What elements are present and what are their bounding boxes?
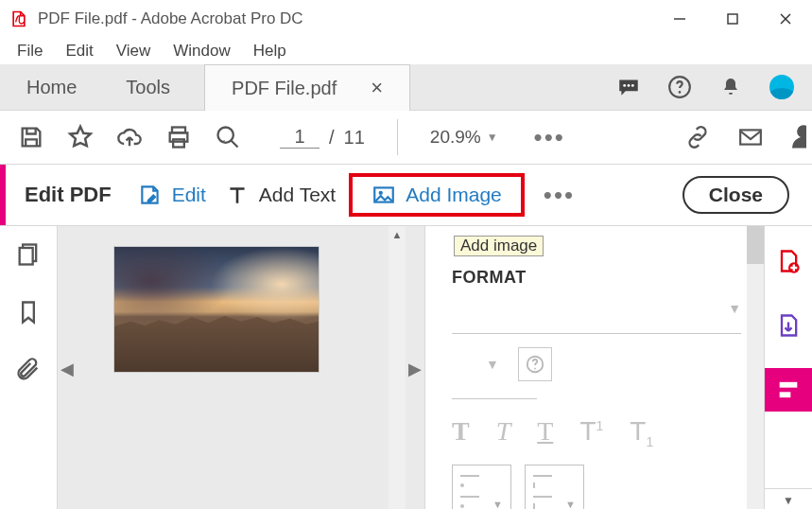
document-tabs: Home Tools PDF File.pdf × (0, 64, 812, 111)
font-help-icon[interactable] (518, 347, 552, 381)
font-size-select[interactable]: ▼ (452, 357, 499, 372)
svg-point-21 (534, 368, 536, 370)
svg-rect-14 (740, 130, 761, 144)
maximize-button[interactable] (706, 0, 759, 38)
add-text-label: Add Text (259, 184, 336, 206)
caret-down-icon: ▼ (728, 301, 741, 316)
svg-rect-1 (728, 14, 737, 24)
page-separator: / (329, 127, 335, 149)
menu-view[interactable]: View (105, 42, 163, 61)
tabbar-right-icons (615, 64, 812, 110)
tab-home[interactable]: Home (0, 64, 99, 110)
menu-window[interactable]: Window (162, 42, 241, 61)
numbered-list-button[interactable]: ▼ (525, 465, 584, 509)
add-text-button[interactable]: Add Text (216, 179, 345, 211)
editbar-overflow-icon[interactable]: ••• (544, 181, 575, 210)
email-icon[interactable] (736, 123, 765, 151)
menu-edit[interactable]: Edit (54, 42, 104, 61)
prev-page-chevron[interactable]: ◀ (58, 226, 77, 509)
next-page-chevron[interactable]: ▶ (406, 226, 424, 509)
text-style-row: T T T T1 T1 (452, 416, 764, 449)
numbered-list-icon (533, 471, 552, 509)
font-size-row: ▼ (452, 347, 741, 381)
acrobat-app-icon (9, 9, 28, 28)
format-scrollbar[interactable] (747, 226, 764, 509)
add-image-tooltip: Add image (454, 236, 544, 256)
edit-button[interactable]: Edit (129, 179, 216, 211)
svg-line-13 (232, 141, 238, 148)
scrollbar-thumb[interactable] (747, 226, 764, 264)
caret-down-icon: ▼ (565, 499, 576, 509)
window-title: PDF File.pdf - Adobe Acrobat Pro DC (38, 9, 303, 28)
list-style-row: ▼ ▼ (452, 465, 764, 509)
tab-tools[interactable]: Tools (99, 64, 204, 110)
notifications-icon[interactable] (717, 74, 744, 100)
add-image-button[interactable]: Add Image (362, 179, 511, 211)
page-viewport[interactable] (77, 226, 389, 509)
minimize-button[interactable] (653, 0, 706, 38)
format-panel: Add image FORMAT ▼ ▼ T T T T1 T1 ▼ ▼ (424, 226, 764, 509)
underline-button[interactable]: T (537, 416, 553, 449)
print-icon[interactable] (164, 123, 193, 151)
divider (452, 333, 741, 334)
help-icon[interactable] (666, 74, 693, 100)
caret-down-icon: ▼ (487, 131, 498, 144)
tab-active-label: PDF File.pdf (232, 78, 337, 99)
zoom-select[interactable]: 20.9% ▼ (430, 127, 498, 148)
export-pdf-tool-icon[interactable] (765, 304, 812, 347)
svg-point-15 (798, 126, 806, 138)
rail-scroll-down-icon[interactable]: ▼ (765, 488, 812, 509)
page-counter: 1 / 11 (280, 126, 365, 149)
window-controls (653, 0, 812, 38)
svg-point-8 (679, 91, 682, 94)
tab-active-document[interactable]: PDF File.pdf × (204, 64, 410, 111)
menu-help[interactable]: Help (242, 42, 298, 61)
close-window-button[interactable] (759, 0, 812, 38)
page-current-input[interactable]: 1 (280, 126, 320, 149)
edit-pdf-bar: Edit PDF Edit Add Text Add Image ••• Clo… (0, 165, 812, 226)
star-icon[interactable] (66, 123, 95, 151)
svg-rect-19 (20, 248, 33, 265)
font-family-select[interactable]: ▼ (452, 301, 741, 316)
edit-bar-accent (0, 165, 6, 225)
svg-rect-24 (780, 392, 791, 397)
svg-point-4 (623, 84, 626, 87)
page-total: 11 (344, 127, 365, 149)
toolbar-overflow-icon[interactable]: ••• (534, 123, 565, 152)
pages-panel-icon[interactable] (15, 241, 42, 271)
share-link-icon[interactable] (683, 123, 712, 151)
svg-point-12 (218, 128, 233, 143)
zoom-value: 20.9% (430, 127, 481, 148)
bulleted-list-button[interactable]: ▼ (452, 465, 511, 509)
divider (452, 398, 537, 399)
comments-icon[interactable] (615, 74, 642, 100)
account-avatar[interactable] (769, 74, 795, 100)
svg-point-6 (631, 84, 634, 87)
left-nav-rail (0, 226, 58, 509)
save-icon[interactable] (17, 123, 45, 151)
subscript-button[interactable]: T1 (630, 416, 653, 449)
superscript-button[interactable]: T1 (579, 416, 603, 449)
format-heading: FORMAT (452, 268, 764, 288)
svg-point-5 (628, 84, 631, 87)
document-area: ◀ ▲ ▶ (58, 226, 424, 509)
edit-pdf-tool-icon[interactable] (765, 368, 812, 412)
bookmarks-panel-icon[interactable] (15, 299, 42, 328)
close-editbar-button[interactable]: Close (682, 176, 789, 214)
title-bar: PDF File.pdf - Adobe Acrobat Pro DC (0, 0, 812, 38)
zoom-dropdown-icon[interactable] (214, 123, 242, 151)
svg-rect-23 (780, 382, 798, 388)
create-pdf-tool-icon[interactable] (765, 239, 812, 283)
right-tool-rail: ▼ (764, 226, 812, 509)
svg-point-17 (379, 191, 383, 195)
scroll-up-icon[interactable]: ▲ (389, 226, 406, 243)
share-person-icon[interactable] (789, 122, 806, 152)
attachments-panel-icon[interactable] (15, 357, 42, 386)
bold-button[interactable]: T (452, 416, 470, 449)
caret-down-icon: ▼ (492, 499, 503, 509)
menu-file[interactable]: File (6, 42, 54, 61)
italic-button[interactable]: T (496, 416, 511, 449)
center-scrollbar[interactable]: ▲ (389, 226, 406, 509)
close-tab-icon[interactable]: × (371, 76, 383, 100)
cloud-upload-icon[interactable] (115, 123, 144, 151)
